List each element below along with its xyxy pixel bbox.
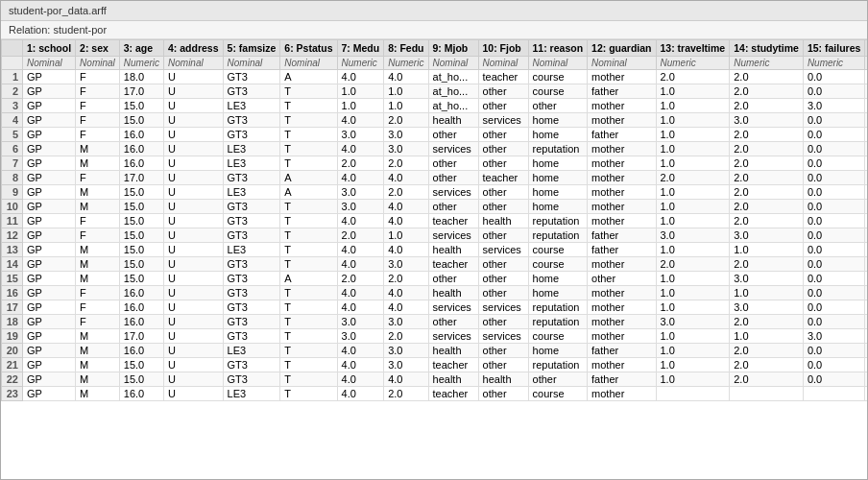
col-header-address[interactable]: 4: address bbox=[164, 40, 224, 57]
col-header-studytime[interactable]: 14: studytime bbox=[730, 40, 804, 57]
col-header-fjob[interactable]: 10: Fjob bbox=[478, 40, 528, 57]
table-row[interactable]: 3GPF15.0ULE3T1.01.0at_ho...otherothermot… bbox=[2, 99, 868, 113]
cell: mother bbox=[588, 70, 656, 84]
cell: teacher bbox=[478, 70, 528, 84]
cell: services bbox=[428, 228, 478, 243]
cell: mother bbox=[588, 185, 656, 200]
table-row[interactable]: 17GPF16.0UGT3T4.04.0servicesservicesrepu… bbox=[2, 300, 868, 315]
cell: GP bbox=[23, 99, 76, 113]
cell: reputation bbox=[528, 358, 588, 372]
header-row-types: Nominal Nominal Numeric Nominal Nominal … bbox=[2, 57, 868, 70]
table-row[interactable]: 8GPF17.0UGT3A4.04.0otherteacherhomemothe… bbox=[2, 171, 868, 185]
cell bbox=[730, 387, 804, 401]
cell: 3.0 bbox=[803, 329, 864, 344]
table-row[interactable]: 22GPM15.0UGT3T4.04.0healthhealthotherfat… bbox=[2, 372, 868, 387]
table-row[interactable]: 21GPM15.0UGT3T4.03.0teacherotherreputati… bbox=[2, 358, 868, 372]
cell: LE3 bbox=[223, 344, 280, 358]
cell: U bbox=[164, 84, 224, 99]
cell: 1.0 bbox=[656, 329, 730, 344]
table-row[interactable]: 13GPM15.0ULE3T4.04.0healthservicescourse… bbox=[2, 243, 868, 257]
cell: 3.0 bbox=[337, 128, 384, 142]
cell: other bbox=[478, 84, 528, 99]
cell: 0.0 bbox=[803, 344, 864, 358]
col-header-guardian[interactable]: 12: guardian bbox=[588, 40, 656, 57]
cell: 1.0 bbox=[656, 156, 730, 171]
table-row[interactable]: 23GPM16.0ULE3T4.02.0teacherothercoursemo… bbox=[2, 387, 868, 401]
col-header-school2[interactable]: 16: scho... bbox=[865, 40, 867, 57]
title-bar: student-por_data.arff bbox=[1, 1, 867, 21]
cell: 16.0 bbox=[119, 387, 163, 401]
table-container[interactable]: 1: school 2: sex 3: age 4: address 5: fa… bbox=[1, 39, 867, 401]
table-row[interactable]: 15GPM15.0UGT3A2.02.0otherotherhomeother1… bbox=[2, 272, 868, 286]
cell: GP bbox=[23, 185, 76, 200]
col-type-medu: Numeric bbox=[337, 57, 384, 70]
cell: 1.0 bbox=[730, 286, 804, 300]
cell: 1.0 bbox=[337, 99, 384, 113]
cell: GP bbox=[23, 329, 76, 344]
col-header-famsize[interactable]: 5: famsize bbox=[223, 40, 280, 57]
cell: T bbox=[280, 300, 337, 315]
cell: mother bbox=[588, 156, 656, 171]
cell: course bbox=[528, 329, 588, 344]
cell: 3.0 bbox=[730, 228, 804, 243]
table-row[interactable]: 5GPF16.0UGT3T3.03.0otherotherhomefather1… bbox=[2, 128, 868, 142]
cell: T bbox=[280, 243, 337, 257]
cell: 15.0 bbox=[119, 228, 163, 243]
cell: father bbox=[588, 84, 656, 99]
col-header-failures[interactable]: 15: failures bbox=[803, 40, 864, 57]
table-row[interactable]: 14GPM15.0UGT3T4.03.0teacherothercoursemo… bbox=[2, 257, 868, 272]
col-header-mjob[interactable]: 9: Mjob bbox=[428, 40, 478, 57]
col-type-reason: Nominal bbox=[528, 57, 588, 70]
table-row[interactable]: 16GPF16.0UGT3T4.04.0healthotherhomemothe… bbox=[2, 286, 868, 300]
cell: at_ho... bbox=[428, 84, 478, 99]
cell: F bbox=[76, 300, 120, 315]
cell: T bbox=[280, 344, 337, 358]
cell: services bbox=[478, 300, 528, 315]
cell: LE3 bbox=[223, 99, 280, 113]
cell: T bbox=[280, 128, 337, 142]
table-row[interactable]: 4GPF15.0UGT3T4.02.0healthserviceshomemot… bbox=[2, 113, 868, 128]
col-header-traveltime[interactable]: 13: traveltime bbox=[656, 40, 730, 57]
table-row[interactable]: 9GPM15.0ULE3A3.02.0servicesotherhomemoth… bbox=[2, 185, 868, 200]
cell: GT3 bbox=[223, 286, 280, 300]
cell: yes bbox=[865, 99, 867, 113]
cell: at_ho... bbox=[428, 70, 478, 84]
table-row[interactable]: 12GPF15.0UGT3T2.01.0servicesotherreputat… bbox=[2, 228, 868, 243]
col-header-school[interactable]: 1: school bbox=[23, 40, 76, 57]
col-header-sex[interactable]: 2: sex bbox=[76, 40, 120, 57]
cell: T bbox=[280, 156, 337, 171]
col-header-no[interactable] bbox=[2, 40, 23, 57]
cell: 15.0 bbox=[119, 185, 163, 200]
cell: 15.0 bbox=[119, 358, 163, 372]
col-type-no bbox=[2, 57, 23, 70]
row-number: 17 bbox=[2, 300, 23, 315]
cell: 3.0 bbox=[730, 272, 804, 286]
table-row[interactable]: 20GPM16.0ULE3T4.03.0healthotherhomefathe… bbox=[2, 344, 868, 358]
col-type-school2: Nomi... bbox=[865, 57, 867, 70]
cell: GP bbox=[23, 243, 76, 257]
table-row[interactable]: 11GPF15.0UGT3T4.04.0teacherhealthreputat… bbox=[2, 214, 868, 228]
col-header-pstatus[interactable]: 6: Pstatus bbox=[280, 40, 337, 57]
col-header-fedu[interactable]: 8: Fedu bbox=[384, 40, 428, 57]
cell: A bbox=[280, 185, 337, 200]
cell: other bbox=[428, 171, 478, 185]
cell: 2.0 bbox=[730, 171, 804, 185]
table-row[interactable]: 1GPF18.0UGT3A4.04.0at_ho...teachercourse… bbox=[2, 70, 868, 84]
cell: GP bbox=[23, 171, 76, 185]
row-number: 23 bbox=[2, 387, 23, 401]
table-row[interactable]: 18GPF16.0UGT3T3.03.0otherotherreputation… bbox=[2, 315, 868, 329]
table-row[interactable]: 6GPM16.0ULE3T4.03.0servicesotherreputati… bbox=[2, 142, 868, 156]
table-row[interactable]: 10GPM15.0UGT3T3.04.0otherotherhomemother… bbox=[2, 200, 868, 214]
table-row[interactable]: 7GPM16.0ULE3T2.02.0otherotherhomemother1… bbox=[2, 156, 868, 171]
cell: yes bbox=[865, 70, 867, 84]
col-header-age[interactable]: 3: age bbox=[119, 40, 163, 57]
row-number: 3 bbox=[2, 99, 23, 113]
cell: services bbox=[478, 113, 528, 128]
table-row[interactable]: 2GPF17.0UGT3T1.01.0at_ho...othercoursefa… bbox=[2, 84, 868, 99]
col-header-medu[interactable]: 7: Medu bbox=[337, 40, 384, 57]
table-row[interactable]: 19GPM17.0UGT3T3.02.0servicesservicescour… bbox=[2, 329, 868, 344]
cell: father bbox=[588, 243, 656, 257]
col-header-reason[interactable]: 11: reason bbox=[528, 40, 588, 57]
col-type-studytime: Numeric bbox=[730, 57, 804, 70]
cell: GP bbox=[23, 372, 76, 387]
